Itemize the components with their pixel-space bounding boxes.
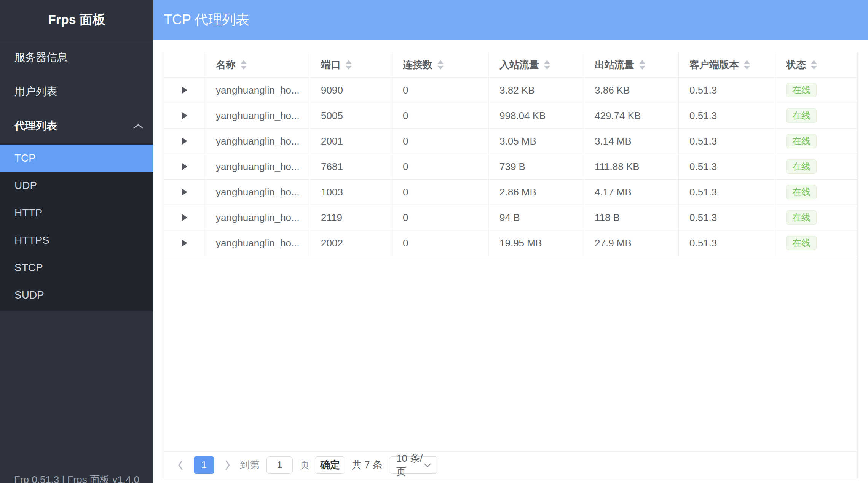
submenu-item-label: SUDP [14, 289, 44, 301]
sort-icon[interactable] [544, 60, 550, 70]
status-badge: 在线 [786, 236, 817, 250]
cell-traffic-out: 4.17 MB [584, 180, 679, 205]
sidebar-item-tcp[interactable]: TCP [0, 145, 153, 172]
table-row: yanghuanglin_ho... 2002 0 19.95 MB 27.9 … [164, 230, 857, 256]
sidebar-item-http[interactable]: HTTP [0, 199, 153, 227]
page-size-value: 10 条/页 [396, 452, 423, 478]
goto-page-label: 到第 [240, 458, 260, 472]
expand-arrow-icon [182, 137, 187, 145]
cell-client-version: 0.51.3 [679, 103, 775, 128]
sort-icon[interactable] [241, 60, 247, 70]
expand-arrow-icon [182, 188, 187, 196]
cell-port: 2119 [310, 205, 392, 230]
sidebar-item-udp[interactable]: UDP [0, 172, 153, 199]
cell-traffic-out: 3.14 MB [584, 129, 679, 154]
cell-connections: 0 [392, 154, 489, 179]
status-badge: 在线 [786, 134, 817, 148]
status-badge: 在线 [786, 108, 817, 123]
sidebar-item-label: 服务器信息 [14, 50, 68, 65]
page-size-select[interactable]: 10 条/页 [389, 456, 437, 474]
sidebar-item-sudp[interactable]: SUDP [0, 281, 153, 309]
cell-client-version: 0.51.3 [679, 230, 775, 256]
submenu-item-label: STCP [14, 262, 43, 274]
prev-page-button[interactable] [175, 456, 186, 474]
sidebar-item-label: 用户列表 [14, 84, 57, 99]
cell-status: 在线 [775, 154, 857, 179]
sort-icon[interactable] [811, 60, 817, 70]
sort-icon[interactable] [346, 60, 352, 70]
expand-row-button[interactable] [164, 205, 205, 230]
proxy-table-card: 名称 端口 连接数 入站流量 出站流量 客户端版本 [164, 52, 858, 478]
table-row: yanghuanglin_ho... 9090 0 3.82 KB 3.86 K… [164, 78, 857, 103]
sidebar-menu: 服务器信息 用户列表 代理列表 TCP UDP HTTP [0, 40, 153, 311]
column-header-traffic-out[interactable]: 出站流量 [584, 52, 679, 77]
column-header-port[interactable]: 端口 [310, 52, 392, 77]
cell-client-version: 0.51.3 [679, 129, 775, 154]
cell-port: 2001 [310, 129, 392, 154]
column-header-traffic-in[interactable]: 入站流量 [489, 52, 584, 77]
cell-traffic-in: 3.05 MB [489, 129, 584, 154]
cell-name: yanghuanglin_ho... [205, 205, 310, 230]
page-number-button[interactable]: 1 [194, 456, 214, 474]
sidebar-item-stcp[interactable]: STCP [0, 254, 153, 281]
confirm-button[interactable]: 确定 [315, 456, 345, 474]
column-header-status[interactable]: 状态 [775, 52, 857, 77]
cell-connections: 0 [392, 180, 489, 205]
status-badge: 在线 [786, 159, 817, 174]
app-title: Frps 面板 [0, 0, 153, 40]
chevron-down-icon [423, 459, 432, 471]
frps-dashboard: Frps 面板 服务器信息 用户列表 代理列表 TCP UDP [0, 0, 868, 483]
expand-row-button[interactable] [164, 78, 205, 103]
cell-traffic-out: 111.88 KB [584, 154, 679, 179]
cell-traffic-out: 3.86 KB [584, 78, 679, 103]
column-header-name[interactable]: 名称 [205, 52, 310, 77]
cell-port: 2002 [310, 230, 392, 256]
cell-traffic-in: 3.82 KB [489, 78, 584, 103]
expand-row-button[interactable] [164, 230, 205, 256]
sidebar-item-server-info[interactable]: 服务器信息 [0, 40, 153, 75]
cell-connections: 0 [392, 78, 489, 103]
sidebar: Frps 面板 服务器信息 用户列表 代理列表 TCP UDP [0, 0, 153, 483]
sidebar-item-https[interactable]: HTTPS [0, 227, 153, 254]
cell-client-version: 0.51.3 [679, 205, 775, 230]
expand-arrow-icon [182, 239, 187, 247]
total-count-label: 共 7 条 [352, 458, 383, 472]
expand-row-button[interactable] [164, 129, 205, 154]
page-header: TCP 代理列表 [153, 0, 868, 40]
cell-name: yanghuanglin_ho... [205, 78, 310, 103]
cell-client-version: 0.51.3 [679, 180, 775, 205]
goto-page-input[interactable] [266, 456, 293, 474]
cell-name: yanghuanglin_ho... [205, 180, 310, 205]
expand-row-button[interactable] [164, 103, 205, 128]
status-badge: 在线 [786, 185, 817, 199]
column-header-connections[interactable]: 连接数 [392, 52, 489, 77]
table-row: yanghuanglin_ho... 7681 0 739 B 111.88 K… [164, 154, 857, 180]
sidebar-item-user-list[interactable]: 用户列表 [0, 75, 153, 109]
sort-icon[interactable] [744, 60, 750, 70]
sort-icon[interactable] [437, 60, 444, 70]
expand-row-button[interactable] [164, 180, 205, 205]
cell-port: 5005 [310, 103, 392, 128]
cell-traffic-in: 739 B [489, 154, 584, 179]
sidebar-item-label: 代理列表 [14, 119, 57, 133]
table-row: yanghuanglin_ho... 2119 0 94 B 118 B 0.5… [164, 205, 857, 230]
column-header-client-version[interactable]: 客户端版本 [679, 52, 775, 77]
cell-port: 7681 [310, 154, 392, 179]
page-unit-label: 页 [300, 458, 310, 472]
expand-row-button[interactable] [164, 154, 205, 179]
expand-arrow-icon [182, 112, 187, 119]
sort-icon[interactable] [639, 60, 645, 70]
cell-port: 9090 [310, 78, 392, 103]
table-body: yanghuanglin_ho... 9090 0 3.82 KB 3.86 K… [164, 78, 857, 256]
next-page-button[interactable] [222, 456, 233, 474]
table-row: yanghuanglin_ho... 2001 0 3.05 MB 3.14 M… [164, 129, 857, 154]
submenu-item-label: TCP [14, 152, 36, 164]
version-footer: Frp 0.51.3 | Frps 面板 v1.4.0 [0, 473, 153, 483]
cell-connections: 0 [392, 205, 489, 230]
sidebar-item-proxy-list[interactable]: 代理列表 [0, 109, 153, 143]
cell-name: yanghuanglin_ho... [205, 103, 310, 128]
cell-traffic-in: 19.95 MB [489, 230, 584, 256]
pagination-bar: 1 到第 页 确定 共 7 条 10 条/页 [164, 451, 857, 478]
submenu-item-label: HTTPS [14, 234, 49, 246]
cell-status: 在线 [775, 129, 857, 154]
